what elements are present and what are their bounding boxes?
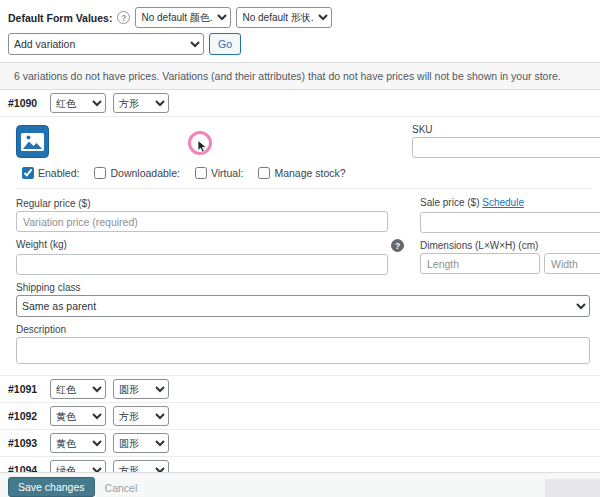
sku-field-group: SKU bbox=[412, 123, 600, 158]
enabled-checkbox-label[interactable]: Enabled: bbox=[22, 167, 79, 179]
variation-shape-select[interactable]: 圆形 bbox=[113, 433, 169, 453]
enabled-label-text: Enabled: bbox=[38, 167, 79, 179]
variation-edit-panel: SKU Enabled: Downloadable: Virtual: Mana… bbox=[0, 117, 600, 376]
help-icon: ? bbox=[117, 11, 130, 24]
dimensions-field-group: Dimensions (L×W×H) (cm) bbox=[420, 239, 600, 275]
length-input[interactable] bbox=[420, 253, 540, 274]
description-textarea[interactable] bbox=[16, 337, 590, 364]
add-variation-row: Add variation Go bbox=[0, 31, 600, 62]
no-prices-notice: 6 variations do not have prices. Variati… bbox=[0, 62, 600, 90]
variation-id: #1093 bbox=[8, 437, 43, 449]
variation-color-select[interactable]: 红色 bbox=[50, 93, 106, 113]
enabled-checkbox[interactable] bbox=[22, 167, 34, 179]
default-form-values-row: Default Form Values: ? No default 颜色... … bbox=[0, 0, 600, 31]
downloadable-checkbox[interactable] bbox=[94, 167, 106, 179]
sale-price-label: Sale price ($) Schedule bbox=[420, 197, 524, 208]
variation-row-1090: #1090 红色 方形 bbox=[0, 90, 600, 117]
price-fields-row: Regular price ($) Sale price ($) Schedul… bbox=[16, 197, 590, 233]
save-changes-button[interactable]: Save changes bbox=[8, 477, 95, 497]
variation-color-select[interactable]: 黄色 bbox=[50, 406, 106, 426]
shipping-class-label: Shipping class bbox=[16, 282, 80, 293]
variation-row-1092: #1092 黄色 方形 bbox=[0, 403, 600, 430]
variation-shape-select[interactable]: 圆形 bbox=[113, 379, 169, 399]
sku-label: SKU bbox=[412, 124, 433, 135]
shipping-class-field-group: Shipping class Same as parent bbox=[16, 281, 590, 317]
schedule-link[interactable]: Schedule bbox=[482, 197, 524, 208]
image-placeholder-icon bbox=[16, 125, 49, 158]
downloadable-label-text: Downloadable: bbox=[110, 167, 179, 179]
default-form-values-label: Default Form Values: bbox=[8, 12, 112, 24]
weight-input[interactable] bbox=[16, 254, 388, 275]
description-label: Description bbox=[16, 324, 66, 335]
page-background-corner bbox=[545, 479, 600, 497]
regular-price-label: Regular price ($) bbox=[16, 198, 90, 209]
weight-help-icon: ? bbox=[391, 239, 404, 252]
manage-stock-label-text: Manage stock? bbox=[274, 167, 345, 179]
variation-fields: Regular price ($) Sale price ($) Schedul… bbox=[16, 189, 590, 364]
variation-row-1091: #1091 红色 圆形 bbox=[0, 376, 600, 403]
variation-options-row: Enabled: Downloadable: Virtual: Manage s… bbox=[16, 158, 590, 189]
sale-price-field-group: Sale price ($) Schedule bbox=[420, 197, 600, 233]
variation-id: #1092 bbox=[8, 410, 43, 422]
variation-color-select[interactable]: 黄色 bbox=[50, 433, 106, 453]
weight-dimensions-row: Weight (kg) ? Dimensions (L×W×H) (cm) bbox=[16, 239, 590, 275]
variation-row-1093: #1093 黄色 圆形 bbox=[0, 430, 600, 457]
variation-id: #1091 bbox=[8, 383, 43, 395]
sale-price-label-text: Sale price ($) bbox=[420, 197, 479, 208]
width-input[interactable] bbox=[544, 253, 600, 274]
manage-stock-checkbox[interactable] bbox=[258, 167, 270, 179]
add-variation-select[interactable]: Add variation bbox=[8, 33, 204, 55]
default-color-select[interactable]: No default 颜色... bbox=[135, 7, 231, 28]
variation-image-button[interactable] bbox=[16, 125, 49, 158]
image-and-sku-row: SKU bbox=[16, 123, 590, 158]
dimensions-label: Dimensions (L×W×H) (cm) bbox=[420, 240, 538, 251]
variations-footer-bar: Save changes Cancel bbox=[0, 472, 600, 497]
virtual-checkbox-label[interactable]: Virtual: bbox=[195, 167, 244, 179]
virtual-checkbox[interactable] bbox=[195, 167, 207, 179]
sale-price-input[interactable] bbox=[420, 212, 600, 233]
description-field-group: Description bbox=[16, 323, 590, 364]
shipping-class-select[interactable]: Same as parent bbox=[16, 295, 590, 317]
variation-id: #1090 bbox=[8, 97, 43, 109]
notice-text: 6 variations do not have prices. Variati… bbox=[14, 70, 561, 82]
regular-price-input[interactable] bbox=[16, 211, 388, 232]
weight-label: Weight (kg) bbox=[16, 239, 67, 250]
sku-input[interactable] bbox=[412, 137, 600, 158]
weight-field-group: Weight (kg) ? bbox=[16, 239, 388, 275]
go-button[interactable]: Go bbox=[209, 33, 241, 55]
downloadable-checkbox-label[interactable]: Downloadable: bbox=[94, 167, 179, 179]
manage-stock-checkbox-label[interactable]: Manage stock? bbox=[258, 167, 345, 179]
virtual-label-text: Virtual: bbox=[211, 167, 244, 179]
variation-shape-select[interactable]: 方形 bbox=[113, 406, 169, 426]
variation-shape-select[interactable]: 方形 bbox=[113, 93, 169, 113]
default-shape-select[interactable]: No default 形状... bbox=[236, 7, 332, 28]
cancel-button[interactable]: Cancel bbox=[105, 477, 138, 494]
regular-price-field-group: Regular price ($) bbox=[16, 197, 388, 233]
variation-color-select[interactable]: 红色 bbox=[50, 379, 106, 399]
